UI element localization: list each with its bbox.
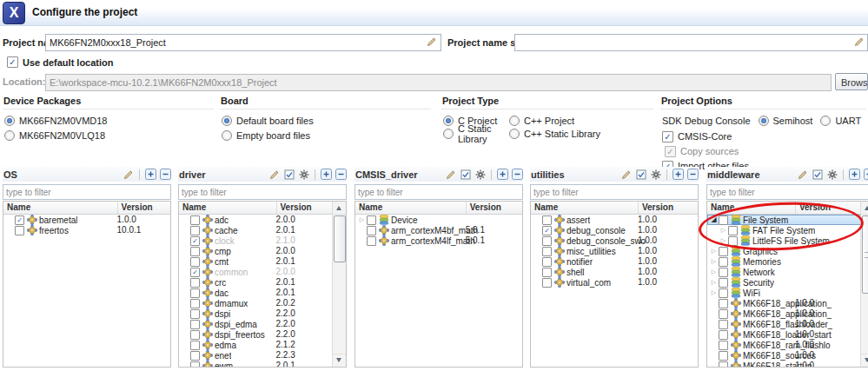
expand-icon[interactable]: ▷ [709, 246, 719, 256]
collapse-all-button[interactable] [863, 169, 868, 180]
row-checkbox[interactable] [190, 361, 200, 368]
expand-icon[interactable]: ▷ [719, 235, 728, 246]
table-row[interactable]: ewm2.0.1 [179, 361, 333, 367]
table-row[interactable]: dspi2.2.0 [179, 308, 333, 319]
table-row[interactable]: freertos10.0.1 [3, 225, 170, 235]
deselect-all-icon[interactable] [650, 169, 662, 180]
row-checkbox[interactable]: ✓ [190, 268, 200, 277]
column-header-name[interactable]: Name [711, 202, 734, 212]
table-row[interactable]: MK66F18_application_1.0.0 [707, 298, 861, 308]
column-header-name[interactable]: Name [359, 202, 382, 212]
table-row[interactable]: virtual_com1.0.0 [531, 277, 698, 288]
scroll-down-arrow[interactable] [333, 354, 346, 367]
row-checkbox[interactable] [728, 226, 738, 235]
row-checkbox[interactable] [719, 257, 728, 267]
table-row[interactable]: edma2.1.2 [179, 340, 333, 350]
radio-icon[interactable] [4, 130, 15, 141]
table-row[interactable]: dac2.0.1 [179, 288, 333, 298]
filter-input[interactable] [706, 184, 868, 200]
row-checkbox[interactable] [542, 215, 552, 225]
board-radio[interactable]: Default board files [222, 116, 431, 126]
row-checkbox[interactable] [719, 351, 728, 361]
browse-button[interactable]: Browse... [835, 73, 868, 90]
expand-icon[interactable]: ▷ [709, 256, 719, 267]
radio-icon[interactable] [509, 116, 520, 126]
radio-icon[interactable] [4, 116, 15, 126]
project-option-checkbox-row[interactable]: ✓CMSIS-Core [662, 131, 866, 142]
filter-input[interactable] [354, 184, 523, 200]
row-checkbox[interactable] [719, 288, 728, 298]
project-type-radio[interactable]: C++ Project [509, 116, 653, 126]
select-all-icon[interactable] [460, 169, 472, 180]
row-checkbox[interactable] [367, 236, 376, 246]
column-header-version[interactable]: Version [795, 202, 831, 214]
filter-input[interactable] [178, 184, 347, 200]
table-row[interactable]: arm_cortexM4lf_math5.0.1 [355, 235, 522, 246]
row-checkbox[interactable] [542, 236, 552, 246]
row-checkbox[interactable] [190, 299, 200, 308]
expand-icon[interactable]: ▷ [709, 277, 719, 288]
table-row[interactable]: dspi_edma2.2.0 [179, 319, 333, 329]
table-row[interactable]: MK66F18_loader_start1.0.0 [707, 329, 861, 340]
row-checkbox[interactable] [719, 320, 728, 329]
row-checkbox[interactable]: ✓ [542, 226, 552, 235]
column-header-name[interactable]: Name [182, 202, 206, 212]
table-row[interactable]: ▷LittleFS File System [717, 235, 861, 246]
project-suffix-input[interactable] [514, 34, 868, 51]
radio-icon[interactable] [443, 129, 454, 139]
clear-filter-icon[interactable] [123, 169, 135, 180]
table-row[interactable]: MK66F18_flashloader_1.0.0 [707, 319, 861, 329]
row-checkbox[interactable] [190, 351, 200, 361]
vertical-scrollbar[interactable] [332, 202, 346, 367]
table-row[interactable]: ▷Network [707, 267, 861, 277]
row-checkbox[interactable] [719, 268, 728, 277]
scrollbar-thumb[interactable] [862, 215, 868, 294]
expand-icon[interactable]: ▷ [709, 288, 719, 298]
table-row[interactable]: MK66F18_startup1.0.0 [707, 361, 861, 367]
row-checkbox[interactable] [719, 278, 728, 288]
column-header-name[interactable]: Name [7, 202, 30, 212]
debug-console-radio[interactable]: UART [820, 116, 861, 126]
vertical-scrollbar[interactable] [860, 202, 868, 367]
expand-all-button[interactable] [144, 169, 156, 180]
collapse-all-button[interactable] [335, 169, 347, 180]
table-row[interactable]: shell1.0.0 [531, 267, 698, 277]
table-row[interactable]: ▷FAT File System [717, 225, 861, 235]
row-checkbox[interactable] [367, 215, 376, 225]
row-checkbox[interactable] [190, 341, 200, 350]
expand-icon[interactable]: ▷ [719, 225, 728, 235]
debug-console-radio[interactable]: Semihost [759, 116, 813, 126]
table-row[interactable]: arm_cortexM4bf_math5.0.1 [355, 225, 522, 235]
device-package-radio[interactable]: MK66FN2M0VMD18 [4, 116, 214, 126]
radio-icon[interactable] [222, 116, 232, 126]
clear-filter-icon[interactable] [268, 169, 281, 180]
table-row[interactable]: ◢File System [707, 215, 861, 225]
row-checkbox[interactable] [542, 257, 552, 267]
table-row[interactable]: cmp2.0.0 [179, 246, 333, 256]
select-all-icon[interactable] [812, 169, 824, 180]
collapse-all-button[interactable] [511, 169, 523, 180]
scrollbar-thumb[interactable] [334, 215, 346, 262]
column-header-name[interactable]: Name [534, 202, 558, 212]
select-all-icon[interactable] [283, 169, 295, 180]
use-default-location-checkbox[interactable]: ✓ [7, 56, 18, 68]
radio-icon[interactable] [759, 116, 769, 126]
clear-filter-icon[interactable] [445, 169, 457, 180]
table-row[interactable]: ▷WiFi [707, 288, 861, 298]
row-checkbox[interactable] [190, 288, 200, 298]
row-checkbox[interactable] [190, 257, 200, 267]
row-checkbox[interactable] [190, 309, 200, 319]
row-checkbox[interactable] [190, 320, 200, 329]
radio-icon[interactable] [820, 116, 831, 126]
row-checkbox[interactable] [367, 226, 376, 235]
table-row[interactable]: cmt2.0.1 [179, 256, 333, 267]
row-checkbox[interactable] [542, 268, 552, 277]
table-row[interactable]: ▷Device [355, 215, 522, 225]
scroll-down-arrow[interactable] [861, 354, 868, 367]
column-header-version[interactable]: Version [638, 202, 673, 214]
select-all-icon[interactable] [635, 169, 647, 180]
row-checkbox[interactable] [719, 215, 728, 225]
table-row[interactable]: ✓baremetal1.0.0 [3, 215, 170, 225]
project-type-radio[interactable]: C Static Library [443, 129, 507, 139]
row-checkbox[interactable] [719, 361, 728, 368]
